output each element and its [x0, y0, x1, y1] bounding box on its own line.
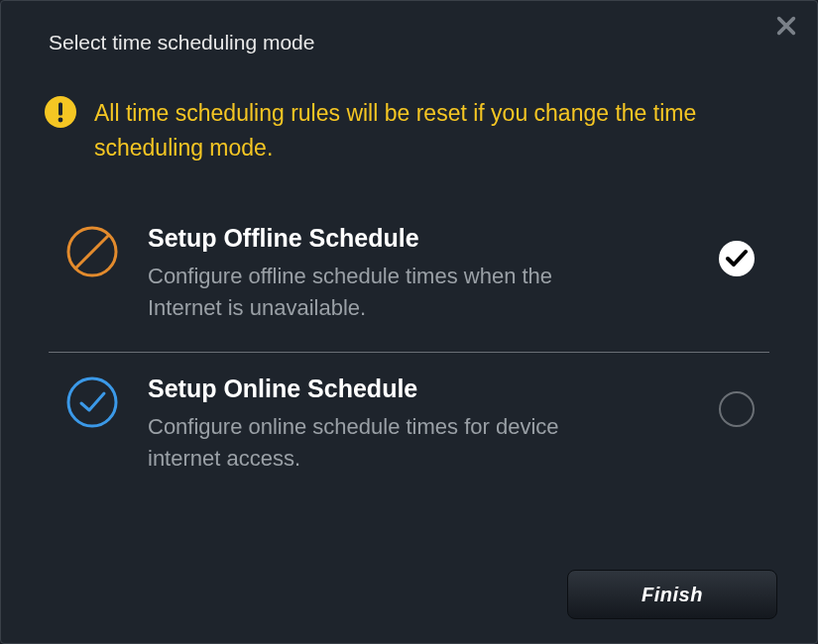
finish-button[interactable]: Finish: [567, 570, 777, 619]
schedule-mode-dialog: Select time scheduling mode All time sch…: [0, 0, 818, 644]
option-title: Setup Online Schedule: [148, 375, 688, 403]
warning-banner: All time scheduling rules will be reset …: [1, 54, 817, 176]
svg-rect-1: [58, 103, 62, 116]
warning-text: All time scheduling rules will be reset …: [94, 96, 769, 164]
close-button[interactable]: [775, 15, 797, 41]
warning-icon: [45, 96, 76, 128]
close-icon: [775, 15, 797, 37]
option-offline-schedule[interactable]: Setup Offline Schedule Configure offline…: [49, 202, 769, 352]
option-description: Configure offline schedule times when th…: [148, 261, 624, 324]
svg-point-2: [58, 118, 63, 123]
check-circle-icon: [66, 376, 118, 428]
option-title: Setup Offline Schedule: [148, 224, 688, 253]
radio-unselected[interactable]: [718, 390, 756, 428]
option-description: Configure online schedule times for devi…: [148, 411, 624, 475]
option-body: Setup Offline Schedule Configure offline…: [148, 224, 688, 324]
svg-point-6: [68, 378, 116, 426]
dialog-footer: Finish: [567, 570, 777, 619]
no-circle-icon: [66, 226, 118, 277]
option-body: Setup Online Schedule Configure online s…: [148, 375, 688, 475]
radio-selected[interactable]: [718, 240, 756, 277]
svg-line-4: [75, 235, 109, 268]
options-list: Setup Offline Schedule Configure offline…: [1, 176, 817, 502]
svg-point-7: [720, 392, 754, 426]
option-online-schedule[interactable]: Setup Online Schedule Configure online s…: [49, 352, 769, 502]
dialog-title: Select time scheduling mode: [1, 21, 817, 54]
